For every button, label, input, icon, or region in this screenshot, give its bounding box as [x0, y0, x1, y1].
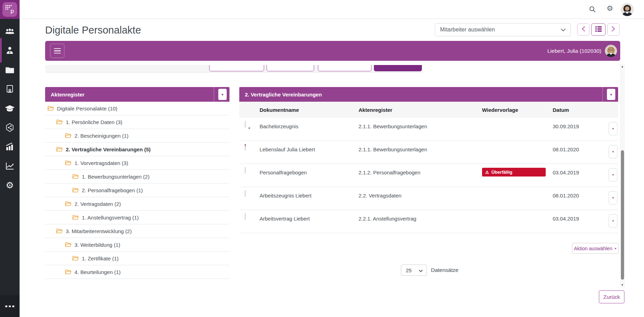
column-aktenregister[interactable]: Aktenregister [359, 107, 482, 113]
back-button[interactable]: Zurück [599, 290, 624, 303]
record-list-button[interactable] [591, 23, 606, 36]
tree-item[interactable]: 1. Persönliche Daten (3) [45, 115, 229, 129]
tree-item[interactable]: 4. Beurteilungen (1) [45, 265, 229, 279]
previous-record-button[interactable] [577, 23, 589, 36]
employee-select-placeholder: Mitarbeiter auswählen [440, 27, 495, 33]
sidebar-item-settings[interactable]: ⚙ [0, 175, 20, 195]
panel-collapse-button[interactable]: ▾ [218, 89, 227, 100]
search-icon[interactable] [589, 6, 596, 14]
tree-item[interactable]: 2. Vertragsdaten (2) [45, 197, 229, 211]
settings-gear-icon[interactable]: ⚙ [607, 5, 613, 12]
document-name[interactable]: Arbeitszeugnis Liebert [260, 190, 359, 199]
row-actions-button[interactable]: ▾ [609, 191, 617, 204]
tree-item-selected[interactable]: 2. Vertragliche Vereinbarungen (5) [45, 143, 229, 156]
open-folder-icon [56, 120, 63, 124]
table-row[interactable]: Personalfragebogen 2.1.2. Personalfrageb… [239, 164, 618, 187]
panel-title: Aktenregister [51, 92, 85, 98]
document-thumbnail[interactable] [245, 144, 246, 151]
sidebar-item-processes[interactable] [0, 118, 20, 137]
document-name[interactable]: Arbeitsvertrag Liebert [260, 214, 359, 222]
app-logo[interactable]: p [0, 0, 20, 19]
tree-item-label: 2. Vertragliche Vereinbarungen (5) [66, 146, 151, 152]
page-size-select[interactable]: 25 [401, 265, 427, 276]
document-name[interactable]: Personalfragebogen [260, 167, 359, 175]
document-name[interactable]: Lebenslauf Julia Liebert [260, 144, 359, 152]
document-thumbnail[interactable] [245, 190, 246, 197]
employee-avatar[interactable] [605, 45, 617, 57]
open-folder-icon [65, 160, 71, 165]
scroll-down-arrow-icon[interactable]: ▼ [620, 283, 625, 287]
column-datum[interactable]: Datum [553, 107, 603, 113]
table-row[interactable]: Arbeitszeugnis Liebert 2.2. Vertragsdate… [239, 187, 618, 210]
document-thumbnail[interactable] [245, 213, 246, 220]
document-date: 03.04.2019 [553, 167, 603, 175]
open-folder-icon [65, 269, 71, 274]
table-row[interactable]: Arbeitsvertrag Liebert 2.2.1. Anstellung… [239, 210, 618, 233]
open-folder-icon [65, 201, 71, 206]
document-register: 2.2. Vertragsdaten [359, 190, 482, 199]
filter-button-cutoff[interactable] [267, 65, 314, 71]
sidebar-item-files[interactable] [0, 60, 20, 79]
document-name[interactable]: Bachelorzeugnis [260, 121, 359, 129]
record-navigation [577, 23, 620, 36]
open-folder-icon [72, 188, 79, 193]
sidebar-item-certificates[interactable] [0, 79, 20, 99]
tree-item-label: 2. Vertragsdaten (2) [75, 201, 121, 207]
certificate-icon [6, 85, 13, 93]
tree-item[interactable]: 3. Mitarbeiterentwicklung (2) [45, 224, 229, 238]
panel-collapse-button[interactable]: ▾ [607, 89, 615, 100]
filter-bar-cutoff [45, 65, 423, 73]
row-actions-button[interactable]: ▾ [609, 168, 617, 181]
svg-text:p: p [10, 8, 14, 14]
search-button-cutoff[interactable] [374, 65, 422, 71]
document-thumbnail[interactable] [245, 121, 246, 128]
tree-item-label: 1. Zertifikate (1) [82, 255, 119, 261]
more-ellipsis-icon [5, 305, 14, 307]
row-actions-button[interactable]: ▾ [609, 145, 617, 158]
user-avatar[interactable] [621, 3, 634, 16]
sidebar-item-more[interactable] [0, 295, 20, 317]
employee-banner: Liebert, Julia (102030) [45, 41, 620, 61]
sidebar-item-reports[interactable] [0, 137, 20, 156]
tree-item[interactable]: Digitale Personalakte (10) [45, 102, 229, 115]
filter-button-cutoff[interactable] [209, 65, 264, 71]
tree-item[interactable]: 2. Bescheinigungen (1) [45, 129, 229, 143]
table-row[interactable]: Bachelorzeugnis 2.1.1. Bewerbungsunterla… [239, 118, 618, 141]
sidebar-item-employee[interactable] [0, 41, 20, 60]
row-actions-button[interactable]: ▾ [609, 214, 617, 228]
tree-item[interactable]: 1. Vorvertragsdaten (3) [45, 156, 229, 170]
next-record-button[interactable] [607, 23, 620, 36]
warning-icon: ⚠ [485, 170, 489, 175]
aktenregister-panel: Aktenregister ▾ Digitale Personalakte (1… [45, 87, 229, 279]
filter-button-cutoff[interactable] [318, 65, 371, 71]
tree-item[interactable]: 3. Weiterbildung (1) [45, 238, 229, 252]
scroll-up-arrow-icon[interactable]: ▲ [620, 65, 625, 68]
tree-item[interactable]: 1. Zertifikate (1) [45, 252, 229, 265]
graduation-cap-icon [5, 105, 15, 112]
sidebar-item-users[interactable] [0, 22, 20, 41]
document-register: 2.1.1. Bewerbungsunterlagen [359, 121, 482, 129]
column-dokumentname[interactable]: Dokumentname [260, 107, 359, 113]
open-folder-icon [65, 242, 71, 247]
document-register: 2.1.2. Personalfragebogen [359, 167, 482, 175]
document-thumbnail[interactable] [245, 167, 246, 174]
scrollbar-thumb[interactable] [621, 150, 624, 280]
sidebar-item-analytics[interactable] [0, 156, 20, 175]
employee-select[interactable]: Mitarbeiter auswählen [435, 23, 571, 36]
tree-item-label: Digitale Personalakte (10) [57, 106, 118, 111]
banner-menu-button[interactable] [50, 44, 64, 58]
row-actions-button[interactable]: ▾ [609, 122, 617, 135]
tree-item[interactable]: 1. Bewerbungsunterlagen (2) [45, 170, 229, 183]
open-folder-icon [48, 106, 54, 111]
tree-item-label: 1. Persönliche Daten (3) [66, 119, 122, 125]
tree-item[interactable]: 1. Anstellungsvertrag (1) [45, 211, 229, 224]
sidebar-item-education[interactable] [0, 99, 20, 118]
action-select-button[interactable]: Aktion auswählen ▾ [572, 243, 618, 254]
vertical-scrollbar[interactable]: ▲ ▼ [620, 64, 625, 288]
list-icon [595, 26, 602, 33]
tree-item[interactable]: 2. Personalfragebogen (1) [45, 183, 229, 197]
tree-item-label: 3. Mitarbeiterentwicklung (2) [66, 228, 132, 234]
table-row[interactable]: Lebenslauf Julia Liebert 2.1.1. Bewerbun… [239, 141, 618, 164]
open-folder-icon [65, 133, 71, 138]
column-wiedervorlage[interactable]: Wiedervorlage [482, 107, 553, 113]
